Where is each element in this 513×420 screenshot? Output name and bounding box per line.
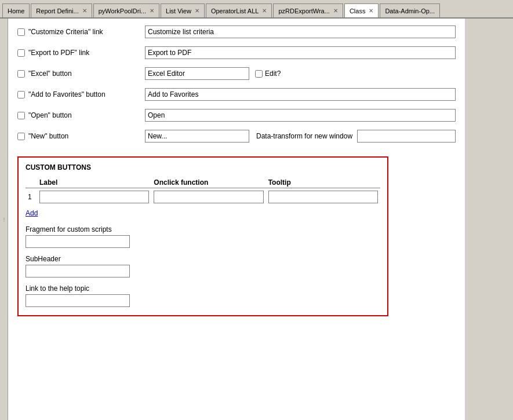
new-input[interactable]	[145, 130, 249, 143]
export-pdf-row: "Export to PDF" link	[17, 46, 456, 59]
add-favorites-label-text: "Add to Favorites" button	[28, 90, 105, 98]
new-checkbox[interactable]	[17, 133, 25, 140]
row-onclick-cell	[151, 188, 265, 206]
subheader-label: SubHeader	[26, 255, 380, 263]
export-pdf-checkbox-label[interactable]: "Export to PDF" link	[17, 49, 145, 57]
subheader-section: SubHeader	[26, 255, 380, 277]
open-input[interactable]	[145, 109, 456, 122]
tab-report-defini-close[interactable]: ✕	[82, 8, 87, 14]
open-label-text: "Open" button	[28, 111, 72, 119]
new-checkbox-label[interactable]: "New" button	[17, 132, 145, 140]
excel-label-text: "Excel" button	[28, 70, 72, 78]
tab-home-label: Home	[8, 8, 24, 14]
tab-operatorlist[interactable]: OperatorList ALL ✕	[206, 3, 272, 17]
help-label: Link to the help topic	[26, 284, 380, 293]
add-favorites-checkbox[interactable]	[17, 91, 25, 98]
subheader-input[interactable]	[26, 265, 130, 277]
customize-criteria-label-text: "Customize Criteria" link	[28, 28, 103, 36]
tab-pyworkpool-label: pyWorkPoolDri...	[99, 8, 146, 14]
customize-criteria-row: "Customize Criteria" link	[17, 25, 456, 38]
excel-button-row: "Excel" button Edit?	[17, 67, 456, 80]
row-tooltip-input[interactable]	[268, 191, 378, 203]
export-pdf-input[interactable]	[145, 46, 456, 59]
add-favorites-checkbox-label[interactable]: "Add to Favorites" button	[17, 90, 145, 98]
tab-operatorlist-close[interactable]: ✕	[262, 8, 267, 14]
tab-pyworkpool-close[interactable]: ✕	[150, 8, 154, 14]
tab-dataadmin[interactable]: Data-Admin-Op...	[380, 3, 440, 17]
tab-pzrdexport-label: pzRDExportWra...	[278, 8, 329, 14]
open-checkbox-label[interactable]: "Open" button	[17, 111, 145, 119]
fragment-section: Fragment for custom scripts	[26, 225, 380, 248]
tab-listview-label: List View	[166, 8, 191, 14]
tab-pzrdexport-close[interactable]: ✕	[333, 8, 338, 14]
tab-home[interactable]: Home	[2, 3, 30, 17]
col-header-onclick: Onclick function	[151, 177, 265, 188]
custom-buttons-title: CUSTOM BUTTONS	[26, 163, 380, 171]
help-section: Link to the help topic	[26, 284, 380, 307]
tab-dataadmin-label: Data-Admin-Op...	[385, 8, 435, 14]
tab-class[interactable]: Class ✕	[344, 3, 379, 17]
customize-criteria-checkbox-label[interactable]: "Customize Criteria" link	[17, 28, 145, 36]
tab-report-defini-label: Report Defini...	[36, 8, 78, 14]
customize-criteria-input[interactable]	[145, 25, 456, 38]
export-pdf-label-text: "Export to PDF" link	[28, 49, 89, 57]
handle-dots-icon: ⋮	[2, 217, 6, 222]
export-pdf-checkbox[interactable]	[17, 49, 25, 57]
add-favorites-input[interactable]	[145, 88, 456, 101]
excel-checkbox-label[interactable]: "Excel" button	[17, 70, 145, 78]
add-favorites-row: "Add to Favorites" button	[17, 88, 456, 101]
col-header-tooltip: Tooltip	[266, 177, 380, 188]
fragment-input[interactable]	[26, 235, 130, 248]
tab-class-label: Class	[350, 8, 366, 14]
resize-handle[interactable]: ⋮	[0, 19, 8, 420]
row-label-input[interactable]	[39, 191, 149, 203]
open-button-row: "Open" button	[17, 109, 456, 122]
fragment-label: Fragment for custom scripts	[26, 225, 380, 233]
excel-checkbox[interactable]	[17, 70, 25, 78]
row-num: 1	[26, 188, 37, 206]
row-onclick-input[interactable]	[154, 191, 263, 203]
tab-operatorlist-label: OperatorList ALL	[211, 8, 259, 14]
open-checkbox[interactable]	[17, 112, 25, 119]
row-label-cell	[37, 188, 151, 206]
table-row: 1	[26, 188, 380, 206]
tab-listview-close[interactable]: ✕	[195, 8, 199, 14]
row-tooltip-cell	[266, 188, 380, 206]
tab-pyworkpool[interactable]: pyWorkPoolDri... ✕	[93, 3, 159, 17]
customize-criteria-checkbox[interactable]	[17, 28, 25, 36]
tab-bar: Home Report Defini... ✕ pyWorkPoolDri...…	[0, 0, 513, 19]
new-button-row: "New" button Data-transform for new wind…	[17, 130, 456, 143]
data-transform-input[interactable]	[357, 130, 456, 143]
tab-pzrdexport[interactable]: pzRDExportWra... ✕	[273, 3, 343, 17]
data-transform-label: Data-transform for new window	[256, 132, 352, 140]
edit-checkbox-wrap: Edit?	[255, 70, 281, 78]
excel-input[interactable]	[145, 67, 249, 80]
custom-buttons-table: Label Onclick function Tooltip 1	[26, 177, 380, 206]
edit-checkbox[interactable]	[255, 70, 263, 78]
col-header-label: Label	[37, 177, 151, 188]
add-link[interactable]: Add	[26, 209, 380, 217]
new-label-text: "New" button	[28, 132, 68, 140]
tab-report-defini[interactable]: Report Defini... ✕	[31, 3, 92, 17]
tab-listview[interactable]: List View ✕	[161, 3, 205, 17]
col-header-row-num	[26, 177, 37, 188]
edit-label-text: Edit?	[265, 70, 281, 78]
tab-class-close[interactable]: ✕	[369, 8, 373, 14]
custom-buttons-section: CUSTOM BUTTONS Label Onclick function To…	[17, 156, 388, 316]
help-input[interactable]	[26, 294, 130, 307]
main-content: "Customize Criteria" link "Export to PDF…	[8, 19, 465, 420]
